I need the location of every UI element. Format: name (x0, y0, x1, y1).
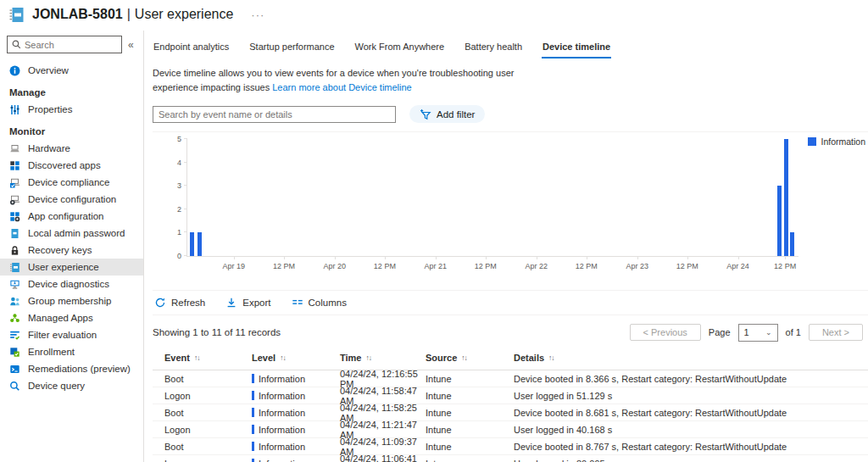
sidebar-item-device-query[interactable]: Device query (0, 377, 143, 394)
x-axis-label: Apr 20 (323, 263, 346, 270)
sidebar-item-remediations-preview[interactable]: Remediations (preview) (0, 360, 143, 377)
columns-button[interactable]: Columns (292, 297, 347, 309)
group-membership-icon (9, 296, 20, 307)
sidebar-search-input[interactable] (25, 40, 117, 50)
chart-bar[interactable] (784, 139, 788, 256)
next-page-button[interactable]: Next > (809, 324, 863, 341)
sidebar-item-device-compliance[interactable]: Device compliance (0, 174, 143, 191)
cell-event: Boot (164, 374, 252, 384)
page-select-value: 1 (744, 327, 749, 337)
sidebar-item-device-diagnostics[interactable]: Device diagnostics (0, 276, 143, 292)
sidebar-item-local-admin-password[interactable]: Local admin password (0, 225, 143, 242)
column-header-event[interactable]: Event↑↓ (164, 353, 252, 363)
sidebar-item-filter-evaluation[interactable]: Filter evaluation (0, 326, 143, 343)
sidebar-item-app-configuration[interactable]: App configuration (0, 208, 143, 225)
export-button[interactable]: Export (225, 297, 270, 309)
sidebar-item-label: Device diagnostics (28, 279, 109, 289)
page-title-text: User experience (135, 7, 234, 22)
table-row[interactable]: BootInformation04/24/24, 11:58:25 AMIntu… (153, 404, 868, 421)
cell-details: Device booted in 8.366 s, Restart catego… (514, 374, 868, 384)
column-header-time[interactable]: Time↑↓ (340, 353, 426, 363)
chart-bar[interactable] (198, 232, 202, 256)
records-row: Showing 1 to 11 of 11 records < Previous… (153, 322, 868, 342)
x-axis-label: 12 PM (576, 263, 598, 270)
cell-details: Device booted in 8.681 s, Restart catego… (514, 408, 868, 418)
x-axis-tick (587, 256, 587, 259)
chart-bar[interactable] (190, 232, 194, 256)
level-indicator-bar (252, 408, 254, 417)
sidebar-item-managed-apps[interactable]: Managed Apps (0, 309, 143, 326)
table-row[interactable]: BootInformation04/24/24, 11:09:37 AMIntu… (153, 438, 868, 455)
sidebar-collapse-button[interactable]: « (128, 39, 134, 51)
table-row[interactable]: LogonInformation04/24/24, 11:58:47 AMInt… (153, 387, 868, 404)
x-axis-label: 12 PM (273, 263, 295, 270)
tab-startup-performance[interactable]: Startup performance (248, 39, 335, 58)
sidebar-item-label: Remediations (preview) (28, 364, 131, 374)
tab-work-from-anywhere[interactable]: Work From Anywhere (354, 39, 446, 58)
cell-time: 04/24/24, 11:06:41 AM (340, 454, 426, 462)
sidebar-item-label: Device query (28, 381, 85, 391)
x-axis-tick (284, 256, 285, 259)
legend-swatch-information (808, 137, 816, 146)
device-name: JONLAB-5801 (32, 7, 123, 22)
page-select[interactable]: 1 ⌄ (738, 324, 778, 342)
sidebar-item-label: Overview (28, 65, 69, 75)
sort-icon: ↑↓ (365, 353, 371, 362)
search-icon (12, 40, 21, 49)
sidebar-item-label: User experience (28, 262, 99, 272)
cell-level: Information (252, 425, 340, 435)
sidebar-search-box[interactable] (7, 36, 122, 53)
remediations-icon (9, 364, 20, 375)
sidebar-item-recovery-keys[interactable]: Recovery keys (0, 242, 143, 259)
table-row[interactable]: BootInformation04/24/24, 12:16:55 PMIntu… (153, 370, 868, 387)
sidebar-item-discovered-apps[interactable]: Discovered apps (0, 157, 143, 174)
sidebar-item-overview[interactable]: Overview (0, 62, 143, 79)
cell-source: Intune (426, 425, 514, 435)
y-axis-tick (184, 162, 187, 163)
tab-endpoint-analytics[interactable]: Endpoint analytics (153, 39, 230, 58)
table-header-row: Event↑↓Level↑↓Time↑↓Source↑↓Details↑↓ (153, 348, 868, 370)
column-header-details[interactable]: Details↑↓ (514, 353, 868, 363)
learn-more-link[interactable]: Learn more about Device timeline (272, 82, 411, 92)
event-search-input[interactable] (153, 106, 396, 123)
sidebar-item-label: Device compliance (28, 177, 110, 187)
refresh-icon (154, 297, 166, 309)
tab-device-timeline[interactable]: Device timeline (542, 39, 611, 58)
sidebar-item-hardware[interactable]: Hardware (0, 140, 143, 157)
column-header-level[interactable]: Level↑↓ (252, 353, 340, 363)
sidebar-item-user-experience[interactable]: User experience (0, 259, 143, 276)
column-header-label: Details (514, 353, 544, 363)
sidebar-item-group-membership[interactable]: Group membership (0, 292, 143, 309)
level-label: Information (259, 408, 305, 418)
table-row[interactable]: LogonInformation04/24/24, 11:21:47 AMInt… (153, 421, 868, 438)
device-query-icon (9, 381, 20, 392)
column-header-label: Time (340, 353, 361, 363)
sidebar-item-device-configuration[interactable]: Device configuration (0, 191, 143, 208)
add-filter-button[interactable]: Add filter (409, 105, 485, 123)
column-header-source[interactable]: Source↑↓ (426, 353, 514, 363)
cell-source: Intune (426, 459, 514, 462)
chart-bar[interactable] (777, 186, 782, 256)
enrollment-icon (9, 347, 20, 358)
cell-event: Logon (164, 425, 252, 435)
chart-bar[interactable] (790, 232, 794, 256)
sidebar-item-enrollment[interactable]: Enrollment (0, 343, 143, 360)
sort-icon: ↑↓ (280, 353, 286, 362)
refresh-button[interactable]: Refresh (154, 297, 205, 309)
x-axis-tick (738, 256, 739, 259)
sidebar-item-properties[interactable]: Properties (0, 101, 143, 118)
x-axis-label: Apr 24 (726, 263, 749, 270)
tab-battery-health[interactable]: Battery health (464, 39, 523, 58)
cell-level: Information (252, 374, 340, 384)
column-header-label: Event (164, 353, 190, 363)
level-label: Information (259, 442, 305, 452)
tab-bar: Endpoint analyticsStartup performanceWor… (153, 39, 868, 58)
table-body: BootInformation04/24/24, 12:16:55 PMIntu… (153, 370, 868, 462)
cell-source: Intune (426, 391, 514, 401)
table-row[interactable]: LogonInformation04/24/24, 11:06:41 AMInt… (153, 455, 868, 462)
level-label: Information (259, 391, 305, 401)
more-options-button[interactable]: ··· (251, 8, 264, 21)
sidebar: « OverviewManagePropertiesMonitorHardwar… (0, 31, 144, 462)
previous-page-button[interactable]: < Previous (630, 324, 701, 341)
level-indicator-bar (252, 391, 254, 400)
